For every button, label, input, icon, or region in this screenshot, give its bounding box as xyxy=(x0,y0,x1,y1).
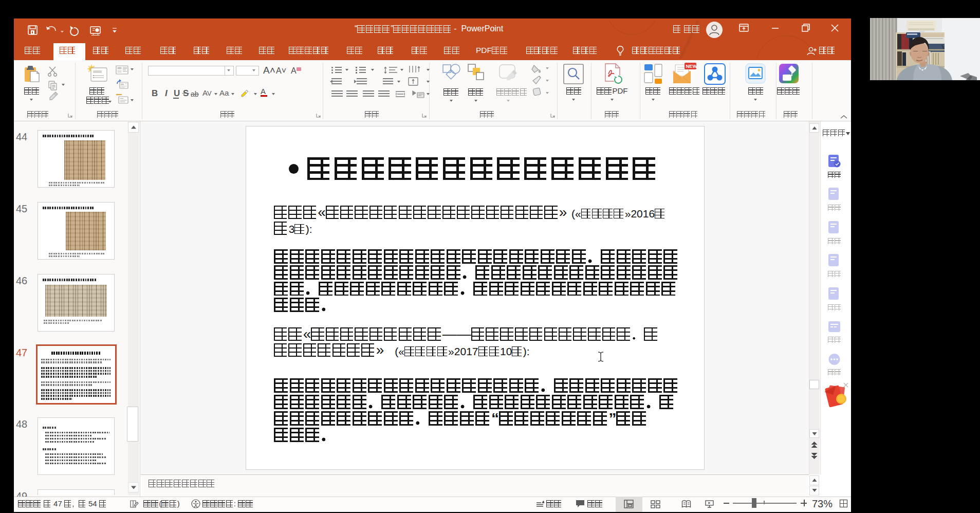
svg-text:NEW: NEW xyxy=(686,63,697,69)
svg-text:A: A xyxy=(291,66,297,75)
svg-text:A: A xyxy=(261,87,266,96)
